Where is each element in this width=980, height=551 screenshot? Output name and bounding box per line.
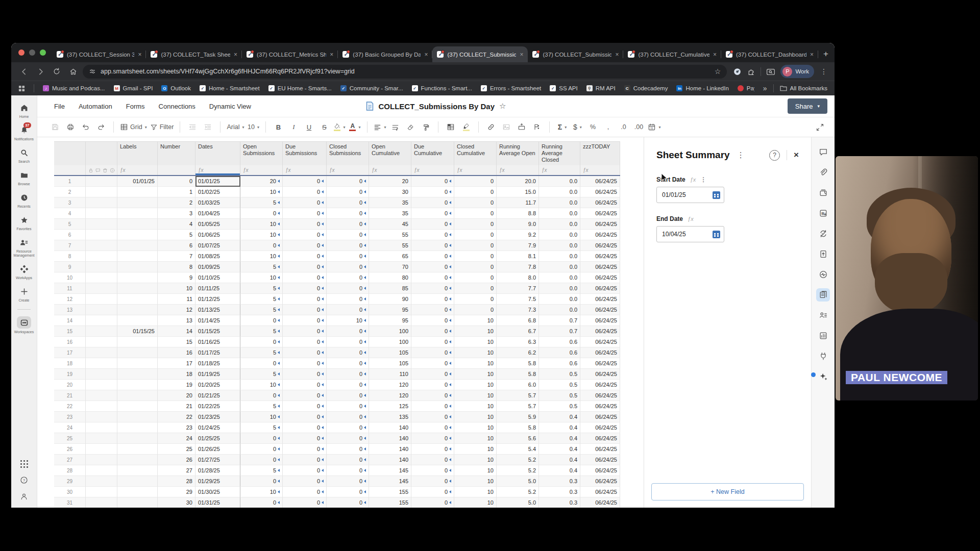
cell-labels[interactable] xyxy=(117,390,158,401)
attach-row-icon[interactable] xyxy=(514,120,529,134)
browser-tab[interactable]: ✓(37) COLLECT_Submissio× xyxy=(528,46,623,62)
text-color-icon[interactable]: A▾ xyxy=(347,120,362,134)
activity-log-icon[interactable] xyxy=(816,268,830,281)
bookmark-item[interactable]: ✓SS API xyxy=(550,85,577,91)
cell-due[interactable]: 0 xyxy=(283,390,327,401)
summary-menu-icon[interactable]: ⋮ xyxy=(737,151,745,160)
cell-number[interactable]: 10 xyxy=(158,283,195,294)
apps-shortcut-icon[interactable] xyxy=(18,85,25,92)
cell-due[interactable]: 0 xyxy=(283,208,327,219)
cell-due[interactable]: 0 xyxy=(283,487,327,497)
cell-labels[interactable] xyxy=(117,219,158,230)
cell-closed[interactable]: 0 xyxy=(327,208,369,219)
cell-open[interactable]: 5 xyxy=(240,326,283,337)
cell-rownum[interactable]: 14 xyxy=(54,315,86,326)
cell-due_cum[interactable]: 0 xyxy=(411,497,454,508)
cell-open_cum[interactable]: 65 xyxy=(369,251,411,262)
cell-open_cum[interactable]: 100 xyxy=(369,337,411,347)
cell-due_cum[interactable]: 0 xyxy=(411,433,454,444)
cell-due_cum[interactable]: 0 xyxy=(411,455,454,465)
cell-closed[interactable]: 0 xyxy=(327,187,369,197)
cell-number[interactable]: 25 xyxy=(158,444,195,455)
forward-icon[interactable] xyxy=(34,65,47,78)
cell-ravg_open[interactable]: 5.0 xyxy=(497,476,539,487)
tab-close-icon[interactable]: × xyxy=(330,51,333,58)
calendar-icon[interactable] xyxy=(713,191,720,199)
cell-closed[interactable]: 0 xyxy=(327,326,369,337)
cell-open_cum[interactable]: 105 xyxy=(369,347,411,358)
cell-rowicons[interactable] xyxy=(86,476,117,487)
cell-today[interactable]: 06/24/25 xyxy=(580,476,620,487)
favorite-star-icon[interactable]: ☆ xyxy=(499,102,506,111)
tab-close-icon[interactable]: × xyxy=(234,51,237,58)
cell-today[interactable]: 06/24/25 xyxy=(580,380,620,390)
image-icon[interactable] xyxy=(499,120,514,134)
cell-closed_cum[interactable]: 0 xyxy=(454,230,497,240)
cell-number[interactable]: 17 xyxy=(158,358,195,369)
cell-closed[interactable]: 0 xyxy=(327,412,369,422)
bookmark-item[interactable]: ✓Errors - Smartsheet xyxy=(481,85,541,91)
cell-ravg_closed[interactable]: 0.0 xyxy=(539,219,580,230)
cell-rownum[interactable]: 9 xyxy=(54,262,86,272)
cell-due_cum[interactable]: 0 xyxy=(411,465,454,476)
cell-open[interactable]: 10 xyxy=(240,187,283,197)
cell-due[interactable]: 0 xyxy=(283,358,327,369)
cell-closed[interactable]: 0 xyxy=(327,283,369,294)
cell-due_cum[interactable]: 0 xyxy=(411,305,454,315)
cell-due[interactable]: 0 xyxy=(283,230,327,240)
cell-today[interactable]: 06/24/25 xyxy=(580,262,620,272)
menu-connections[interactable]: Connections xyxy=(159,103,195,110)
attachments-icon[interactable] xyxy=(816,166,830,179)
highlighter-icon[interactable] xyxy=(458,120,474,134)
cell-number[interactable]: 18 xyxy=(158,369,195,380)
browser-tab[interactable]: ✓(37) COLLECT_Session 3× xyxy=(52,46,146,62)
cell-open_cum[interactable]: 155 xyxy=(369,497,411,508)
bookmark-item[interactable]: ⚲RM API xyxy=(586,85,616,91)
toolbar-U[interactable]: U xyxy=(301,120,316,134)
cell-closed_cum[interactable]: 10 xyxy=(454,326,497,337)
cell-due_cum[interactable]: 0 xyxy=(411,272,454,283)
cell-due[interactable]: 0 xyxy=(283,455,327,465)
cell-due_cum[interactable]: 0 xyxy=(411,230,454,240)
account-icon[interactable] xyxy=(20,492,28,500)
cell-ravg_open[interactable]: 8.0 xyxy=(497,272,539,283)
sidebar-item-resource-management[interactable]: Resource Management xyxy=(11,237,37,258)
cell-due_cum[interactable]: 0 xyxy=(411,240,454,251)
cell-due_cum[interactable]: 0 xyxy=(411,380,454,390)
cell-closed[interactable]: 0 xyxy=(327,465,369,476)
cell-number[interactable]: 28 xyxy=(158,476,195,487)
cell-closed[interactable]: 0 xyxy=(327,444,369,455)
cell-open[interactable]: 5 xyxy=(240,347,283,358)
column-header-ravg_open[interactable]: Running Average Open xyxy=(497,141,539,165)
cell-today[interactable]: 06/24/25 xyxy=(580,326,620,337)
cell-closed[interactable]: 0 xyxy=(327,294,369,305)
cell-rowicons[interactable] xyxy=(86,433,117,444)
cell-dates[interactable]: 01/09/25 xyxy=(195,262,240,272)
column-header-dates[interactable]: Dates xyxy=(195,141,240,165)
cell-due[interactable]: 0 xyxy=(283,422,327,433)
cell-ravg_closed[interactable]: 0.0 xyxy=(539,176,580,187)
cell-labels[interactable] xyxy=(117,380,158,390)
row-card-icon[interactable] xyxy=(816,186,830,199)
cell-open[interactable]: 20 xyxy=(240,176,283,187)
cell-ravg_open[interactable]: 7.9 xyxy=(497,240,539,251)
cell-due[interactable]: 0 xyxy=(283,219,327,230)
cell-number[interactable]: 26 xyxy=(158,455,195,465)
cell-number[interactable]: 8 xyxy=(158,262,195,272)
cell-rownum[interactable]: 29 xyxy=(54,476,86,487)
cell-dates[interactable]: 01/25/25 xyxy=(195,433,240,444)
cell-open[interactable]: 0 xyxy=(240,455,283,465)
cell-open_cum[interactable]: 45 xyxy=(369,219,411,230)
column-header-open[interactable]: Open Submissions xyxy=(240,141,283,165)
cell-rownum[interactable]: 20 xyxy=(54,380,86,390)
cell-labels[interactable] xyxy=(117,497,158,508)
cell-labels[interactable] xyxy=(117,294,158,305)
cell-ravg_open[interactable]: 11.7 xyxy=(497,197,539,208)
cell-open_cum[interactable]: 95 xyxy=(369,305,411,315)
bookmark-item[interactable]: OOutlook xyxy=(161,85,191,91)
cell-dates[interactable]: 01/06/25 xyxy=(195,230,240,240)
cell-labels[interactable] xyxy=(117,208,158,219)
toolbar-.0[interactable]: .0 xyxy=(616,120,631,134)
cell-ravg_open[interactable]: 6.3 xyxy=(497,337,539,347)
cell-due[interactable]: 0 xyxy=(283,315,327,326)
